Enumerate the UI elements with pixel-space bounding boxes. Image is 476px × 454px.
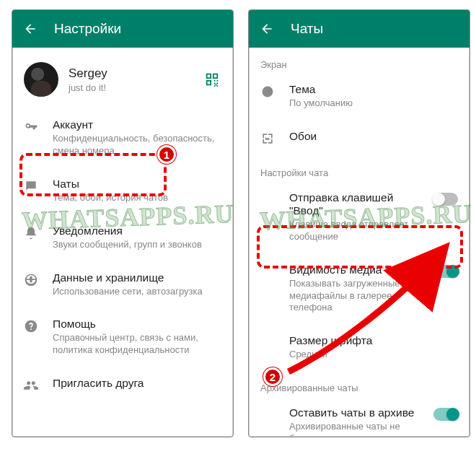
row-sub: По умолчанию (289, 97, 452, 110)
back-button[interactable] (259, 21, 275, 37)
row-enter-send[interactable]: Отправка клавишей "Ввод" Клавиша ввода о… (249, 181, 470, 253)
row-sub: Клавиша ввода отправляет сообщение (289, 219, 425, 243)
row-sub: Конфиденциальность, безопасность, смена … (53, 133, 216, 157)
people-icon (24, 378, 38, 393)
row-notifications[interactable]: Уведомления Звуки сообщений, групп и зво… (12, 214, 233, 261)
row-title: Помощь (53, 318, 216, 331)
toggle-enter[interactable] (433, 193, 458, 206)
profile-row[interactable]: Sergey just do it! (12, 48, 233, 108)
appbar-title: Чаты (291, 21, 323, 37)
row-title: Размер шрифта (289, 334, 452, 347)
key-icon (24, 120, 38, 134)
row-account[interactable]: Аккаунт Конфиденциальность, безопасность… (12, 108, 233, 167)
profile-status: just do it! (69, 82, 203, 93)
qr-icon (204, 71, 220, 87)
row-keep-archived[interactable]: Оставить чаты в архиве Архивированные ча… (249, 396, 470, 437)
row-title: Оставить чаты в архиве (289, 406, 425, 419)
appbar-title: Настройки (54, 21, 121, 37)
row-title: Чаты (53, 178, 216, 191)
section-archived: Архивированные чаты (249, 371, 470, 396)
row-font-size[interactable]: Размер шрифта Средний (249, 324, 470, 371)
row-sub: Средний (289, 349, 452, 361)
theme-icon (260, 84, 275, 99)
arrow-back-icon (23, 22, 38, 36)
bell-icon (24, 226, 38, 240)
wallpaper-icon (260, 131, 275, 146)
row-title: Обои (289, 130, 452, 143)
row-chats[interactable]: Чаты Тема, обои, история чатов (12, 167, 233, 214)
row-title: Аккаунт (53, 118, 216, 131)
toggle-archive[interactable] (433, 408, 458, 421)
row-title: Уведомления (53, 224, 216, 237)
row-sub: Тема, обои, история чатов (53, 192, 216, 204)
chat-icon (24, 179, 38, 193)
row-title: Пригласить друга (53, 377, 216, 390)
row-sub: Показывать загруженные медиафайлы в гале… (289, 278, 425, 315)
row-sub: Справочный центр, связь с нами, политика… (53, 332, 216, 357)
qr-button[interactable] (203, 70, 221, 89)
row-media-visibility[interactable]: Видимость медиа Показывать загруженные м… (249, 253, 470, 325)
data-icon (24, 273, 38, 287)
row-title: Отправка клавишей "Ввод" (289, 191, 425, 217)
help-icon (24, 319, 38, 333)
row-wallpaper[interactable]: Обои (249, 120, 470, 156)
phone-chats: Чаты Экран Тема По умолчанию Обои Настро… (248, 9, 470, 437)
row-title: Данные и хранилище (53, 271, 216, 284)
back-button[interactable] (22, 21, 38, 37)
appbar-settings: Настройки (12, 10, 233, 48)
row-invite[interactable]: Пригласить друга (12, 367, 233, 403)
row-sub: Архивированные чаты не будут разархивиро… (289, 421, 425, 437)
appbar-chats: Чаты (249, 10, 470, 48)
row-sub: Использование сети, автозагрузка (53, 286, 216, 298)
row-theme[interactable]: Тема По умолчанию (249, 73, 470, 120)
toggle-media[interactable] (433, 265, 458, 278)
row-title: Видимость медиа (289, 263, 425, 276)
avatar (24, 62, 58, 97)
phone-settings: Настройки Sergey just do it! Аккаунт Кон… (12, 9, 234, 437)
row-sub: Звуки сообщений, групп и звонков (53, 239, 216, 251)
arrow-back-icon (260, 22, 274, 36)
section-chat-settings: Настройки чата (249, 156, 470, 181)
profile-name: Sergey (69, 66, 203, 81)
row-help[interactable]: Помощь Справочный центр, связь с нами, п… (12, 307, 233, 367)
row-title: Тема (289, 83, 452, 96)
section-screen: Экран (249, 48, 470, 73)
row-data[interactable]: Данные и хранилище Использование сети, а… (12, 261, 233, 308)
